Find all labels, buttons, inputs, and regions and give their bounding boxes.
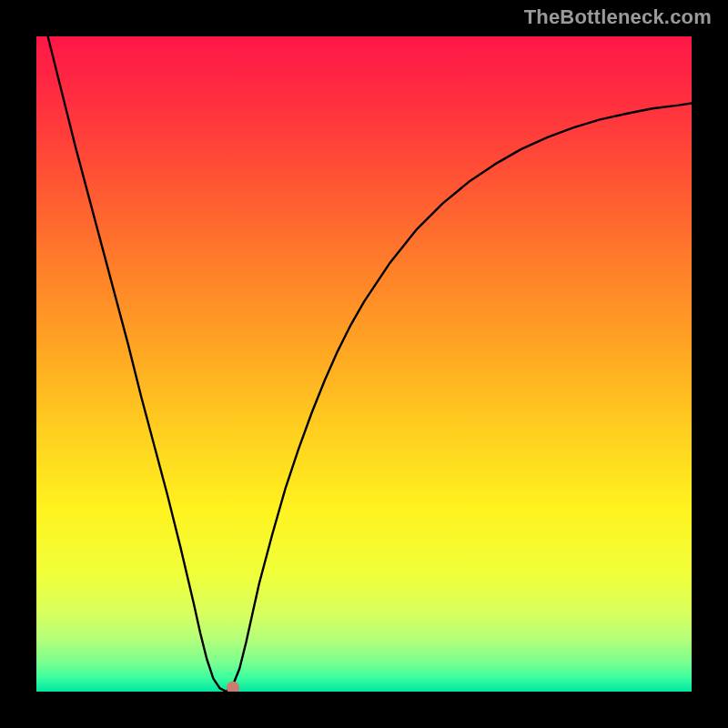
watermark-text: TheBottleneck.com [524, 5, 712, 29]
chart-frame: TheBottleneck.com [0, 0, 728, 728]
gradient-background [36, 36, 692, 692]
chart-svg [36, 36, 692, 692]
plot-area [36, 36, 692, 692]
